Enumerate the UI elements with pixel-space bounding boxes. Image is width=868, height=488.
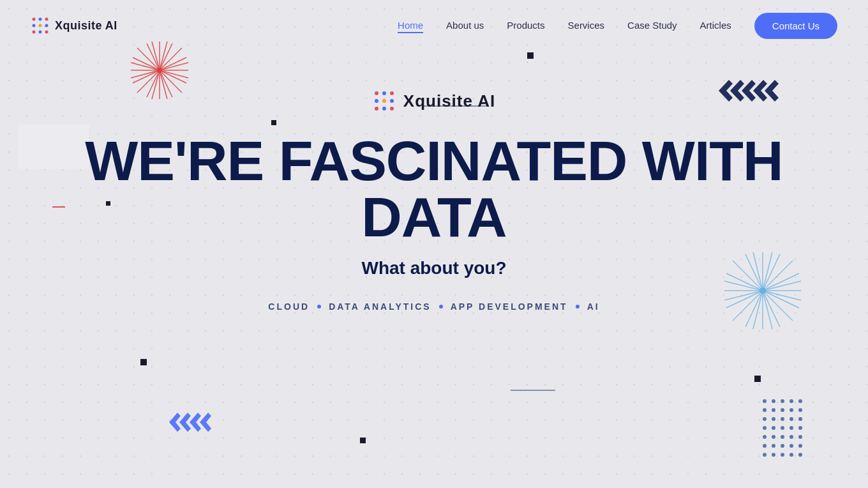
nav-casestudy[interactable]: Case Study [627,20,677,31]
tag-dot-3 [576,305,580,309]
svg-point-88 [390,107,394,111]
svg-point-68 [789,435,793,439]
svg-point-59 [798,417,802,421]
svg-point-45 [763,399,767,403]
svg-point-69 [798,435,802,439]
tag-appdev: APP DEVELOPMENT [451,301,568,312]
svg-point-78 [789,453,793,457]
svg-marker-41 [169,413,181,432]
hero-brand: Xquisite AI [373,89,495,112]
svg-point-87 [382,107,386,111]
svg-point-50 [763,408,767,412]
svg-point-1 [39,18,42,21]
svg-point-7 [39,31,42,34]
svg-point-5 [45,24,49,27]
svg-point-60 [763,426,767,430]
svg-point-71 [772,444,775,448]
logo-link[interactable]: Xquisite AI [31,16,117,35]
svg-point-75 [763,453,767,457]
svg-point-46 [772,399,775,403]
svg-point-55 [763,417,767,421]
svg-point-61 [772,426,775,430]
svg-point-56 [772,417,775,421]
svg-point-67 [781,435,784,439]
svg-point-66 [772,435,775,439]
svg-point-79 [798,453,802,457]
hero-logo-icon [373,89,396,112]
svg-point-54 [798,408,802,412]
svg-point-2 [45,18,49,21]
deco-dotgrid [760,396,811,462]
nav-services[interactable]: Services [568,20,605,31]
tag-analytics: DATA ANALYTICS [329,301,431,312]
nav-products[interactable]: Products [507,20,544,31]
svg-point-51 [772,408,775,412]
svg-point-63 [789,426,793,430]
hero-tags: CLOUD DATA ANALYTICS APP DEVELOPMENT AI [268,301,599,312]
tag-cloud: CLOUD [268,301,310,312]
nav-articles[interactable]: Articles [700,20,731,31]
svg-point-70 [763,444,767,448]
hero-brand-text: Xquisite AI [403,91,495,111]
navbar: Xquisite AI Home About us Products Servi… [0,0,868,51]
tag-dot-2 [439,305,443,309]
svg-point-76 [772,453,775,457]
svg-point-57 [781,417,784,421]
svg-point-85 [390,99,394,103]
hero-section: Xquisite AI WE'RE FASCINATED WITH DATA W… [0,51,868,312]
svg-point-84 [382,99,386,103]
deco-line-bottom [511,390,555,391]
svg-point-62 [781,426,784,430]
svg-point-52 [781,408,784,412]
svg-point-0 [33,18,36,21]
contact-us-button[interactable]: Contact Us [754,13,837,39]
svg-point-53 [789,408,793,412]
svg-point-4 [39,24,42,27]
svg-point-72 [781,444,784,448]
nav-about[interactable]: About us [446,20,484,31]
svg-point-74 [798,444,802,448]
logo-icon [31,16,50,35]
deco-sq5 [360,438,366,443]
svg-marker-43 [190,413,201,432]
nav-links: Home About us Products Services Case Stu… [398,13,837,39]
svg-point-82 [390,91,394,95]
svg-point-83 [375,99,378,103]
svg-point-3 [33,24,36,27]
svg-point-86 [375,107,378,111]
svg-point-77 [781,453,784,457]
nav-home[interactable]: Home [398,20,423,33]
svg-point-65 [763,435,767,439]
svg-point-47 [781,399,784,403]
svg-point-49 [798,399,802,403]
svg-point-64 [798,426,802,430]
svg-marker-44 [200,413,211,432]
svg-point-58 [789,417,793,421]
svg-point-8 [45,31,49,34]
svg-point-81 [382,91,386,95]
logo-text: Xquisite AI [55,19,117,33]
deco-sq4 [754,376,761,382]
svg-point-6 [33,31,36,34]
hero-subtitle: What about you? [361,258,506,278]
svg-marker-42 [179,413,191,432]
tag-ai: AI [587,301,600,312]
hero-title: WE'RE FASCINATED WITH DATA [85,133,782,245]
deco-chevrons-blue [166,410,223,437]
svg-point-48 [789,399,793,403]
tag-dot-1 [317,305,321,309]
svg-point-73 [789,444,793,448]
deco-sq3 [140,359,147,365]
svg-point-80 [375,91,378,95]
